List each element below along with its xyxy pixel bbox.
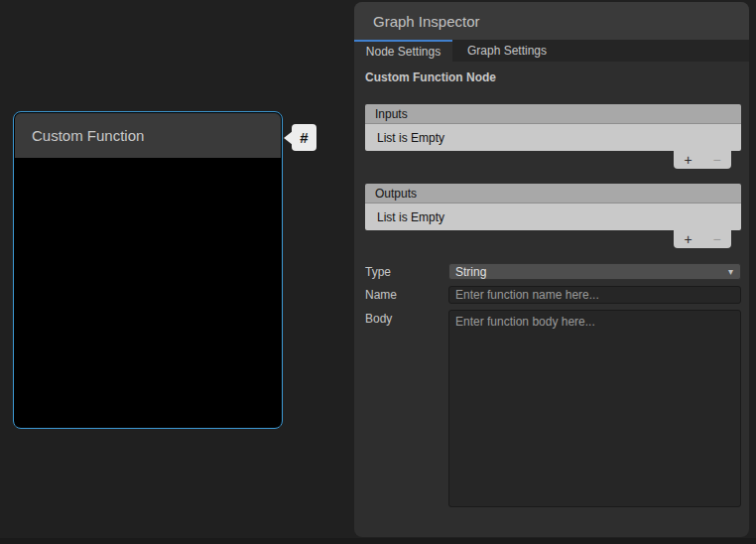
- outputs-list-footer: + −: [674, 230, 731, 248]
- type-dropdown[interactable]: String ▾: [448, 263, 741, 280]
- node-settings-content: Custom Function Node Inputs List is Empt…: [354, 62, 749, 507]
- outputs-add-button[interactable]: +: [680, 232, 695, 246]
- node-preview-area: [15, 159, 281, 427]
- inputs-add-button[interactable]: +: [680, 153, 695, 167]
- chevron-down-icon: ▾: [728, 266, 733, 277]
- body-row: Body: [365, 310, 741, 507]
- node-type-title: Custom Function Node: [365, 70, 741, 84]
- type-dropdown-value: String: [455, 265, 486, 279]
- outputs-remove-button[interactable]: −: [708, 232, 724, 246]
- outputs-list: Outputs List is Empty + −: [365, 184, 741, 248]
- inputs-list-footer: + −: [674, 151, 731, 169]
- name-row: Name: [365, 286, 741, 304]
- graph-inspector-panel: Graph Inspector Node Settings Graph Sett…: [354, 2, 749, 537]
- body-label: Body: [365, 310, 448, 507]
- hash-icon: #: [292, 124, 316, 151]
- tab-node-settings[interactable]: Node Settings: [354, 40, 452, 62]
- node-code-badge[interactable]: #: [284, 124, 316, 151]
- outputs-list-header: Outputs: [365, 184, 741, 204]
- inputs-list: Inputs List is Empty + −: [365, 104, 741, 169]
- inputs-list-header: Inputs: [365, 104, 741, 124]
- inspector-title: Graph Inspector: [373, 13, 480, 30]
- type-row: Type String ▾: [365, 263, 741, 280]
- function-name-input[interactable]: [448, 286, 741, 304]
- function-body-textarea[interactable]: [448, 310, 741, 507]
- inspector-tabbar: Node Settings Graph Settings: [354, 40, 749, 62]
- inspector-header[interactable]: Graph Inspector: [354, 2, 749, 40]
- node-title: Custom Function: [32, 127, 144, 144]
- inputs-empty-row: List is Empty: [365, 124, 741, 151]
- function-form: Type String ▾ Name Body: [365, 263, 741, 507]
- custom-function-node[interactable]: Custom Function: [13, 111, 283, 429]
- node-title-bar[interactable]: Custom Function: [15, 113, 281, 158]
- outputs-empty-row: List is Empty: [365, 204, 741, 230]
- name-label: Name: [365, 286, 448, 304]
- tab-graph-settings[interactable]: Graph Settings: [452, 40, 562, 62]
- inputs-remove-button[interactable]: −: [708, 153, 724, 167]
- type-label: Type: [365, 263, 448, 280]
- window-bottom-edge: [0, 538, 756, 544]
